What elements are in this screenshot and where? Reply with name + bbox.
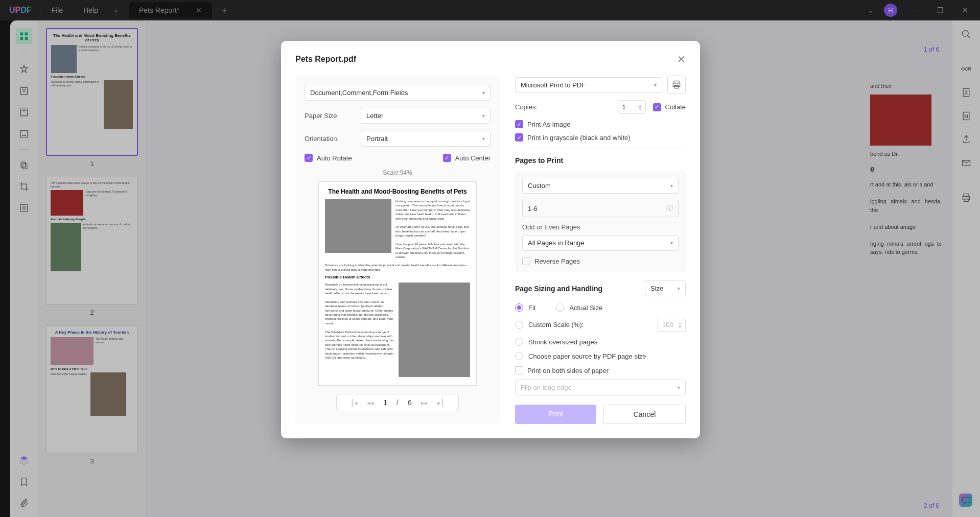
print-dialog: Pets Report.pdf ✕ Document,Comment,Form … [281, 41, 700, 438]
pager-last-icon[interactable]: ▸⎮ [437, 399, 445, 407]
pager-next-icon[interactable]: ▸▸ [421, 399, 428, 407]
page-range-mode-select[interactable]: Custom [522, 178, 679, 194]
odd-even-label: Odd or Even Pages [522, 223, 679, 231]
print-button[interactable]: Print [515, 405, 596, 424]
copies-label: Copies: [515, 103, 538, 111]
printer-properties-icon[interactable] [667, 76, 686, 94]
flip-select: Flip on long edge [515, 380, 686, 395]
cancel-button[interactable]: Cancel [603, 405, 686, 424]
print-as-image-checkbox[interactable]: Print As Image [515, 120, 686, 128]
pager-current[interactable]: 1 [383, 398, 387, 407]
odd-even-select[interactable]: All Pages in Range [522, 235, 679, 251]
auto-center-checkbox[interactable]: Auto Center [443, 154, 491, 162]
paper-size-label: Paper Size: [305, 112, 356, 120]
dialog-title: Pets Report.pdf [295, 55, 356, 64]
print-options-panel: Microsoft Print to PDF Copies: 1▴▾ Colla… [515, 76, 686, 424]
fit-radio[interactable]: Fit [515, 303, 535, 312]
reverse-pages-checkbox[interactable]: Reverse Pages [522, 257, 679, 265]
pager-first-icon[interactable]: ⎮◂ [351, 399, 358, 407]
shrink-radio[interactable]: Shrink oversized pages [515, 338, 686, 346]
paper-size-select[interactable]: Letter [361, 108, 491, 124]
close-icon[interactable]: ✕ [677, 53, 686, 65]
choose-source-radio[interactable]: Choose paper source by PDF page size [515, 352, 686, 360]
print-preview-panel: Document,Comment,Form Fields Paper Size:… [295, 76, 500, 424]
print-grayscale-checkbox[interactable]: Print in grayscale (black and white) [515, 133, 686, 142]
orientation-select[interactable]: Portrait [361, 131, 491, 147]
print-items-select[interactable]: Document,Comment,Form Fields [305, 85, 491, 101]
orientation-label: Orientation: [305, 135, 356, 143]
page-range-input[interactable]: 1-6ⓘ [522, 200, 679, 217]
pager-total: 6 [408, 398, 412, 407]
preview-pager: ⎮◂ ◂◂ 1 / 6 ▸▸ ▸⎮ [336, 394, 459, 411]
auto-rotate-checkbox[interactable]: Auto Rotate [305, 154, 352, 162]
pages-section-title: Pages to Print [515, 156, 686, 165]
pager-prev-icon[interactable]: ◂◂ [367, 399, 374, 407]
both-sides-checkbox[interactable]: Print on both sides of paper [515, 366, 686, 374]
copies-input[interactable]: 1▴▾ [618, 100, 646, 114]
print-preview: The Health and Mood-Boosting Benefits of… [318, 181, 477, 386]
actual-size-radio[interactable]: Actual Size [556, 303, 602, 312]
custom-scale-input[interactable]: 100▴▾ [658, 318, 686, 332]
printer-select[interactable]: Microsoft Print to PDF [515, 77, 662, 93]
svg-rect-22 [674, 86, 679, 88]
sizing-section-title: Page Sizing and Handling [515, 285, 602, 293]
custom-scale-radio[interactable]: Custom Scale (%): [515, 321, 584, 329]
collate-checkbox[interactable]: Collate [653, 103, 686, 111]
scale-label: Scale:94% [305, 169, 491, 176]
size-mode-select[interactable]: Size [645, 280, 686, 296]
